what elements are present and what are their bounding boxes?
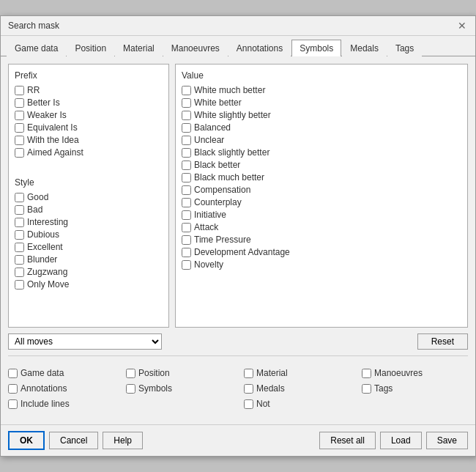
prefix-checkbox[interactable] — [15, 123, 24, 133]
style-label: Zugzwang — [27, 267, 67, 277]
prefix-panel: Prefix RRBetter IsWeaker IsEquivalent Is… — [8, 64, 169, 328]
prefix-label: Equivalent Is — [27, 122, 78, 133]
load-button[interactable]: Load — [380, 432, 422, 449]
style-label: Excellent — [27, 242, 63, 252]
style-label: Blunder — [27, 254, 57, 265]
bottom-label: Manoeuvres — [374, 368, 423, 378]
value-checkbox[interactable] — [182, 98, 191, 108]
right-buttons: Reset all Load Save — [319, 432, 468, 449]
prefix-checkbox[interactable] — [15, 98, 24, 108]
tab-annotations[interactable]: Annotations — [228, 40, 291, 56]
prefix-label: RR — [27, 85, 40, 95]
value-label: Initiative — [194, 210, 226, 220]
value-checkbox[interactable] — [182, 123, 191, 133]
list-item: Initiative — [182, 210, 461, 220]
list-item: Novelty — [182, 259, 461, 270]
style-checkbox[interactable] — [15, 268, 24, 277]
bottom-label: Medals — [256, 383, 285, 394]
bottom-checkbox[interactable] — [244, 399, 253, 409]
style-checkbox[interactable] — [15, 280, 24, 290]
list-item: Attack — [182, 222, 461, 232]
value-label: Black better — [194, 160, 240, 170]
value-checkbox[interactable] — [182, 136, 191, 145]
moves-dropdown[interactable]: All movesMain movesSide moves — [8, 333, 162, 350]
style-checkbox[interactable] — [15, 205, 24, 215]
value-checkbox[interactable] — [182, 161, 191, 170]
value-checkbox[interactable] — [182, 148, 191, 158]
list-item: Black better — [182, 160, 461, 170]
bottom-checkbox[interactable] — [8, 369, 18, 378]
save-button[interactable]: Save — [426, 432, 468, 449]
list-item: Position — [126, 368, 232, 378]
prefix-checkbox[interactable] — [15, 86, 24, 95]
list-item: Aimed Against — [15, 147, 163, 158]
close-button[interactable]: ✕ — [456, 21, 468, 31]
style-label: Only Move — [27, 279, 69, 290]
list-item: Counterplay — [182, 197, 461, 207]
list-item: Not — [244, 399, 468, 409]
value-checkbox[interactable] — [182, 248, 191, 257]
prefix-checkbox[interactable] — [15, 136, 24, 145]
value-checkbox[interactable] — [182, 260, 191, 270]
cancel-button[interactable]: Cancel — [49, 432, 98, 449]
tab-symbols[interactable]: Symbols — [291, 40, 341, 56]
bottom-checkbox[interactable] — [244, 369, 253, 378]
prefix-checkbox[interactable] — [15, 148, 24, 158]
value-label: Black much better — [194, 172, 264, 182]
dialog-title: Search mask — [8, 21, 59, 31]
value-checkbox[interactable] — [182, 111, 191, 120]
separator — [8, 355, 468, 356]
style-label: Good — [27, 192, 48, 202]
bottom-checkbox[interactable] — [244, 384, 253, 394]
style-checkbox[interactable] — [15, 218, 24, 227]
reset-button[interactable]: Reset — [417, 333, 468, 350]
bottom-checkbox[interactable] — [8, 399, 18, 409]
style-checkbox[interactable] — [15, 193, 24, 202]
style-checkbox[interactable] — [15, 255, 24, 265]
bottom-checkbox[interactable] — [126, 384, 135, 394]
tab-medals[interactable]: Medals — [342, 40, 387, 56]
tab-position[interactable]: Position — [67, 40, 114, 56]
value-checkbox[interactable] — [182, 173, 191, 182]
list-item: Interesting — [15, 217, 163, 227]
list-item: Development Advantage — [182, 247, 461, 257]
list-item: Material — [244, 368, 350, 378]
prefix-label: With the Idea — [27, 135, 79, 145]
bottom-checkbox[interactable] — [126, 369, 135, 378]
tab-material[interactable]: Material — [115, 40, 163, 56]
main-content: Prefix RRBetter IsWeaker IsEquivalent Is… — [1, 56, 475, 424]
tab-manoeuvres[interactable]: Manoeuvres — [163, 40, 228, 56]
value-label: White better — [194, 97, 242, 108]
list-item: Tags — [362, 383, 468, 394]
value-checkbox[interactable] — [182, 210, 191, 220]
value-checkbox[interactable] — [182, 235, 191, 245]
prefix-checkbox[interactable] — [15, 111, 24, 120]
style-checkbox[interactable] — [15, 243, 24, 252]
title-bar: Search mask ✕ — [1, 16, 475, 36]
value-checkbox[interactable] — [182, 198, 191, 207]
value-label: Attack — [194, 222, 218, 232]
bottom-checkbox[interactable] — [362, 369, 371, 378]
bottom-checkbox[interactable] — [362, 384, 371, 394]
bottom-checkboxes-grid: Game dataPositionMaterialManoeuvresAnnot… — [8, 362, 468, 417]
bottom-label: Annotations — [21, 383, 67, 394]
value-checkbox[interactable] — [182, 223, 191, 232]
value-label: Time Pressure — [194, 235, 251, 245]
list-item: Compensation — [182, 185, 461, 195]
help-button[interactable]: Help — [103, 432, 143, 449]
reset-all-button[interactable]: Reset all — [319, 432, 376, 449]
value-checkbox[interactable] — [182, 86, 191, 95]
style-checkbox[interactable] — [15, 230, 24, 240]
bottom-controls-row: All movesMain movesSide moves Reset — [8, 333, 468, 350]
bottom-checkbox[interactable] — [8, 384, 18, 394]
tab-tags[interactable]: Tags — [387, 40, 422, 56]
prefix-label: Better Is — [27, 97, 60, 108]
tab-game-data[interactable]: Game data — [7, 40, 66, 56]
value-panel: Value White much betterWhite betterWhite… — [175, 64, 468, 328]
prefix-checkboxes: RRBetter IsWeaker IsEquivalent IsWith th… — [15, 85, 163, 160]
list-item: Black much better — [182, 172, 461, 182]
ok-button[interactable]: OK — [8, 431, 45, 450]
panels-row: Prefix RRBetter IsWeaker IsEquivalent Is… — [8, 64, 468, 328]
value-checkbox[interactable] — [182, 185, 191, 195]
style-title: Style — [15, 177, 163, 188]
